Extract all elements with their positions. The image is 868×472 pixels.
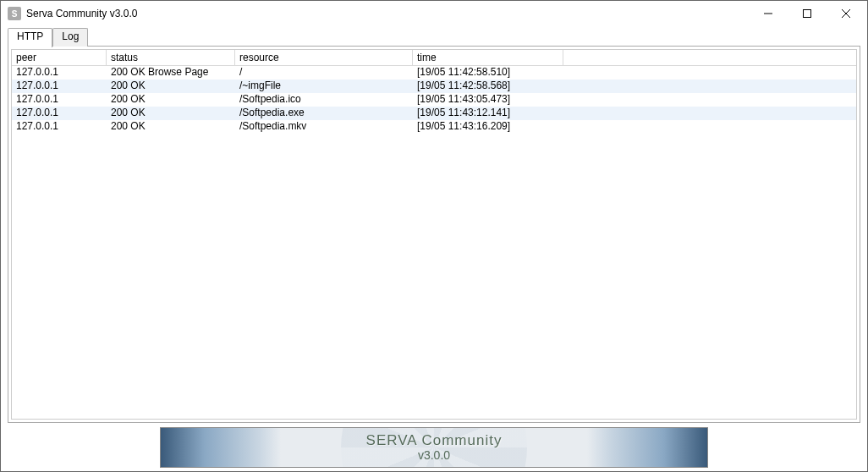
app-icon: S [8, 7, 21, 20]
content-area: HTTP Log peer status resource time 127.0… [8, 28, 860, 424]
minimize-icon [764, 9, 772, 18]
cell-time: [19/05 11:43:12.141] [413, 107, 563, 120]
cell-peer: 127.0.0.1 [12, 66, 107, 80]
list-body: 127.0.0.1200 OK Browse Page/[19/05 11:42… [12, 66, 856, 134]
http-log-list[interactable]: peer status resource time 127.0.0.1200 O… [11, 49, 857, 420]
window-title: Serva Community v3.0.0 [26, 8, 749, 19]
cell-peer: 127.0.0.1 [12, 80, 107, 93]
cell-status: 200 OK Browse Page [107, 66, 235, 80]
cell-time: [19/05 11:43:05.473] [413, 93, 563, 107]
tab-http[interactable]: HTTP [8, 28, 52, 47]
cell-resource: /Softpedia.ico [235, 93, 413, 107]
titlebar: S Serva Community v3.0.0 [1, 1, 867, 26]
close-icon [842, 9, 850, 18]
banner-version: v3.0.0 [418, 449, 450, 462]
window-controls [749, 1, 865, 26]
column-resource[interactable]: resource [235, 50, 413, 65]
maximize-button[interactable] [788, 1, 827, 26]
cell-time: [19/05 11:42:58.510] [413, 66, 563, 80]
cell-status: 200 OK [107, 107, 235, 120]
table-row[interactable]: 127.0.0.1200 OK Browse Page/[19/05 11:42… [12, 66, 856, 80]
cell-peer: 127.0.0.1 [12, 120, 107, 134]
cell-resource: /~imgFile [235, 80, 413, 93]
cell-resource: /Softpedia.mkv [235, 120, 413, 134]
table-row[interactable]: 127.0.0.1200 OK/Softpedia.ico[19/05 11:4… [12, 93, 856, 107]
column-status[interactable]: status [107, 50, 235, 65]
cell-status: 200 OK [107, 80, 235, 93]
cell-status: 200 OK [107, 120, 235, 134]
banner-title: SERVA Community [366, 433, 503, 449]
footer-banner[interactable]: SERVA Community v3.0.0 [160, 427, 708, 468]
maximize-icon [803, 9, 811, 18]
cell-peer: 127.0.0.1 [12, 93, 107, 107]
tab-log[interactable]: Log [52, 28, 88, 47]
cell-peer: 127.0.0.1 [12, 107, 107, 120]
footer-banner-wrap: SERVA Community v3.0.0 [8, 427, 860, 468]
cell-resource: / [235, 66, 413, 80]
cell-resource: /Softpedia.exe [235, 107, 413, 120]
close-button[interactable] [827, 1, 865, 26]
column-time[interactable]: time [413, 50, 563, 65]
cell-status: 200 OK [107, 93, 235, 107]
table-row[interactable]: 127.0.0.1200 OK/Softpedia.exe[19/05 11:4… [12, 107, 856, 120]
minimize-button[interactable] [749, 1, 788, 26]
svg-rect-1 [804, 10, 811, 18]
column-spacer [563, 50, 856, 65]
table-row[interactable]: 127.0.0.1200 OK/Softpedia.mkv[19/05 11:4… [12, 120, 856, 134]
list-header: peer status resource time [12, 50, 856, 66]
table-row[interactable]: 127.0.0.1200 OK/~imgFile[19/05 11:42:58.… [12, 80, 856, 93]
tab-strip: HTTP Log [8, 28, 860, 47]
cell-time: [19/05 11:42:58.568] [413, 80, 563, 93]
cell-time: [19/05 11:43:16.209] [413, 120, 563, 134]
column-peer[interactable]: peer [12, 50, 107, 65]
tab-panel: peer status resource time 127.0.0.1200 O… [8, 46, 860, 423]
